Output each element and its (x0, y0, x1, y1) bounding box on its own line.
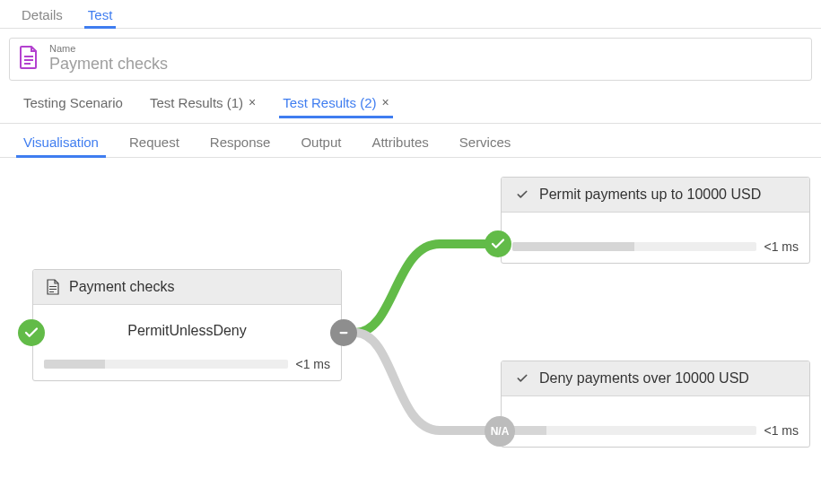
status-badge-neutral (330, 319, 357, 346)
check-icon (514, 372, 530, 385)
timing-value: <1 ms (764, 423, 799, 438)
name-value: Payment checks (49, 54, 168, 74)
document-icon (46, 279, 60, 295)
svg-rect-4 (49, 289, 57, 290)
svg-rect-1 (24, 59, 33, 61)
document-icon (19, 46, 39, 72)
svg-rect-5 (49, 291, 54, 292)
status-badge-permit (18, 319, 45, 346)
subtab-visualisation[interactable]: Visualisation (13, 129, 109, 157)
close-icon[interactable]: × (249, 96, 256, 109)
tab-testing-scenario[interactable]: Testing Scenario (13, 90, 134, 117)
top-tabs: Details Test (0, 0, 821, 29)
close-icon[interactable]: × (382, 96, 389, 109)
subtab-request[interactable]: Request (118, 129, 190, 157)
tab-test[interactable]: Test (75, 4, 126, 28)
node-root[interactable]: Payment checks PermitUnlessDeny <1 ms (32, 269, 342, 381)
tab-label: Test Results (2) (283, 95, 376, 110)
subtab-response[interactable]: Response (199, 129, 282, 157)
tab-label: Test Results (1) (150, 95, 243, 110)
subtab-output[interactable]: Output (290, 129, 352, 157)
svg-rect-3 (49, 286, 57, 287)
svg-rect-6 (340, 331, 348, 333)
node-header: Permit payments up to 10000 USD (502, 178, 809, 213)
subtab-services[interactable]: Services (449, 129, 522, 157)
svg-rect-0 (24, 56, 33, 57)
node-title: Deny payments over 10000 USD (539, 370, 749, 387)
progress-bar (44, 360, 288, 369)
visualisation-canvas: Payment checks PermitUnlessDeny <1 ms Pe… (0, 163, 821, 505)
node-title: Payment checks (69, 279, 174, 295)
node-permit-rule[interactable]: Permit payments up to 10000 USD <1 ms (501, 177, 810, 264)
tab-test-results-2[interactable]: Test Results (2) × (272, 90, 399, 117)
combining-algorithm: PermitUnlessDeny (46, 314, 328, 344)
progress-bar (512, 242, 756, 251)
timing-value: <1 ms (295, 357, 330, 371)
tab-details[interactable]: Details (9, 4, 75, 28)
check-icon (514, 188, 530, 201)
result-subtabs: Visualisation Request Response Output At… (0, 124, 821, 158)
minus-icon (336, 325, 352, 341)
policy-name-panel: Name Payment checks (9, 38, 812, 81)
node-deny-rule[interactable]: Deny payments over 10000 USD <1 ms (501, 361, 810, 448)
timing-value: <1 ms (764, 239, 799, 254)
svg-rect-2 (24, 63, 31, 65)
name-label: Name (49, 44, 168, 54)
na-text: N/A (491, 425, 510, 438)
results-tabs: Testing Scenario Test Results (1) × Test… (0, 86, 821, 124)
status-badge-not-applicable: N/A (485, 416, 515, 447)
node-title: Permit payments up to 10000 USD (539, 187, 761, 203)
tab-label: Testing Scenario (23, 95, 123, 110)
check-icon (23, 325, 39, 341)
node-header: Payment checks (33, 270, 341, 305)
status-badge-permit (485, 230, 511, 257)
check-icon (490, 236, 506, 252)
node-header: Deny payments over 10000 USD (502, 361, 809, 396)
subtab-attributes[interactable]: Attributes (361, 129, 439, 157)
progress-bar (512, 426, 756, 435)
tab-test-results-1[interactable]: Test Results (1) × (139, 90, 266, 117)
